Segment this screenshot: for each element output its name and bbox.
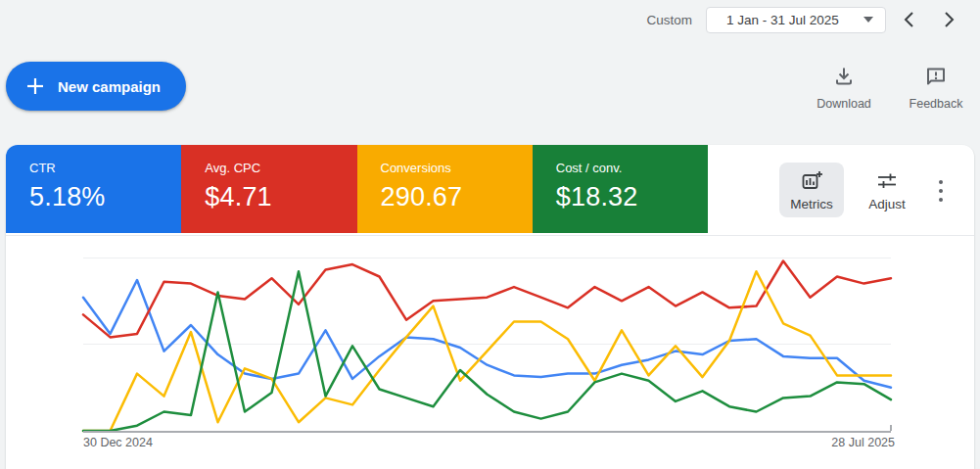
kebab-dot (939, 189, 943, 193)
metric-value: $4.71 (205, 182, 356, 212)
feedback-label: Feedback (905, 97, 967, 111)
plus-icon (25, 76, 45, 96)
next-period-button[interactable] (941, 11, 957, 28)
metrics-button-label: Metrics (790, 197, 833, 211)
metric-value: $18.32 (556, 182, 708, 212)
performance-line-chart[interactable] (83, 258, 891, 431)
x-axis-end-label: 28 Jul 2025 (831, 436, 895, 449)
kebab-dot (939, 180, 943, 184)
download-label: Download (813, 97, 875, 111)
download-icon (832, 65, 856, 88)
overview-panel: CTR 5.18% Avg. CPC $4.71 Conversions 290… (6, 145, 974, 469)
metric-card-avg-cpc[interactable]: Avg. CPC $4.71 (181, 145, 356, 233)
metric-value: 290.67 (381, 182, 533, 212)
metric-label: CTR (29, 161, 181, 175)
dropdown-caret-icon (863, 17, 873, 23)
feedback-button[interactable]: Feedback (905, 65, 967, 111)
previous-period-button[interactable] (902, 11, 917, 28)
new-campaign-button[interactable]: New campaign (6, 62, 186, 111)
metric-value: 5.18% (29, 182, 181, 212)
metric-card-cost-per-conv[interactable]: Cost / conv. $18.32 (533, 145, 708, 233)
metrics-button[interactable]: Metrics (779, 163, 844, 217)
new-campaign-label: New campaign (58, 78, 161, 95)
x-axis-start-label: 30 Dec 2024 (83, 436, 153, 449)
metric-card-ctr[interactable]: CTR 5.18% (6, 145, 181, 233)
metric-card-conversions[interactable]: Conversions 290.67 (357, 145, 533, 233)
metrics-chart-icon (800, 169, 823, 193)
x-axis-line (83, 431, 891, 433)
date-range-value: 1 Jan - 31 Jul 2025 (726, 13, 839, 27)
adjust-button[interactable]: Adjust (855, 163, 919, 217)
adjust-button-label: Adjust (868, 197, 906, 211)
custom-range-label: Custom (646, 13, 692, 27)
metric-label: Cost / conv. (556, 161, 708, 175)
metric-label: Avg. CPC (205, 161, 356, 175)
x-axis-end-tick (890, 425, 892, 431)
kebab-dot (939, 198, 943, 202)
feedback-icon (924, 65, 948, 88)
x-axis-labels: 30 Dec 2024 28 Jul 2025 (83, 436, 895, 449)
date-range-selector[interactable]: 1 Jan - 31 Jul 2025 (706, 7, 886, 33)
chart-controls: Metrics Adjust (779, 163, 919, 217)
adjust-sliders-icon (875, 169, 899, 193)
metric-label: Conversions (381, 161, 533, 175)
chevron-left-icon (902, 11, 917, 28)
panel-divider (6, 235, 974, 236)
chevron-right-icon (941, 11, 957, 28)
chart-series-svg (83, 258, 891, 431)
date-range-bar: Custom 1 Jan - 31 Jul 2025 (646, 6, 957, 33)
more-options-button[interactable] (933, 180, 949, 202)
download-button[interactable]: Download (813, 65, 875, 111)
